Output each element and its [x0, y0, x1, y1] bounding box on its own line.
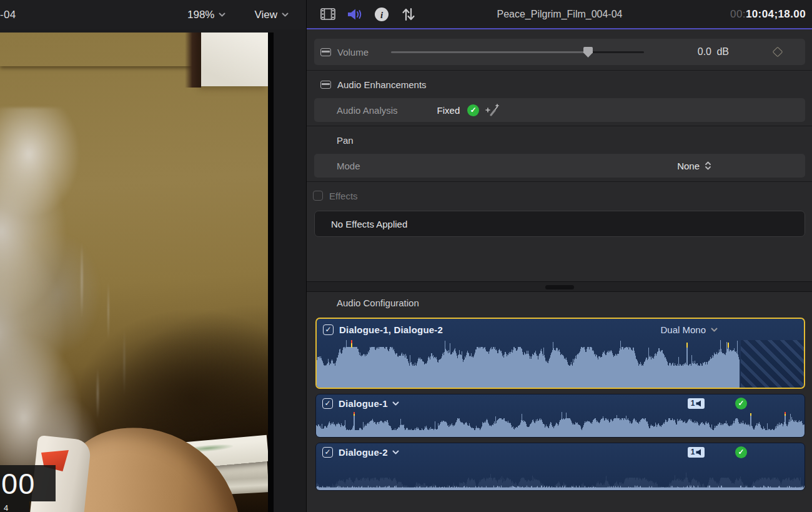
channel-mode-dropdown[interactable]: Dual Mono: [660, 324, 718, 335]
viewer-toolbar: -04 198% View: [0, 0, 306, 29]
audio-inspector: i Peace_Pilgrim_Film_004-04 00:10:04;18.…: [306, 0, 812, 512]
picture-frame: [0, 33, 201, 66]
video-edge: [268, 33, 274, 512]
audio-enhancements-icon[interactable]: [320, 81, 331, 89]
channel-label[interactable]: Dialogue-1: [339, 398, 399, 409]
audio-enhancements-header: Audio Enhancements: [307, 71, 812, 98]
audio-analysis-value: Fixed: [437, 105, 460, 116]
pan-mode-value: None: [677, 161, 700, 171]
volume-row: Volume 0.0 dB: [314, 39, 805, 65]
chevron-down-icon: [711, 328, 718, 332]
keyframe-diamond-icon[interactable]: [773, 47, 783, 58]
viewer-pane: -04 198% View 00 4: [0, 0, 306, 512]
audio-channel-group[interactable]: ✓ Dialogue-1, Dialogue-2 Dual Mono: [315, 318, 805, 389]
inspector-header: i Peace_Pilgrim_Film_004-04 00:10:04;18.…: [307, 0, 812, 29]
waveform-display: [316, 412, 805, 438]
burned-in-timecode-sub: 4: [0, 501, 29, 512]
analysis-check-icon: ✓: [467, 104, 479, 116]
chevron-down-icon: [282, 13, 289, 17]
channel-ok-icon: ✓: [735, 446, 747, 458]
volume-slider-thumb[interactable]: [583, 47, 593, 58]
wall-paper: [201, 33, 268, 86]
pan-mode-label: Mode: [337, 161, 360, 171]
routing-icon[interactable]: [400, 6, 417, 23]
burned-in-timecode: 00: [0, 465, 56, 501]
volume-value[interactable]: 0.0: [698, 46, 711, 58]
chevron-down-icon: [392, 401, 399, 406]
zoom-level-dropdown[interactable]: 198%: [187, 9, 225, 21]
channel-checkbox[interactable]: ✓: [322, 447, 333, 458]
pan-title: Pan: [337, 135, 354, 146]
timecode-display: 00:10:04;18.00: [730, 8, 806, 21]
chevron-down-icon: [219, 13, 225, 17]
audio-analysis-row: Audio Analysis Fixed ✓: [314, 98, 805, 122]
volume-slider[interactable]: [391, 51, 644, 53]
channel-label[interactable]: Dialogue-2: [339, 447, 399, 458]
enhance-wand-icon[interactable]: [484, 103, 500, 117]
stepper-icon: [705, 161, 711, 171]
pan-mode-dropdown[interactable]: None: [677, 161, 711, 171]
mono-channel-badge: 1: [688, 398, 705, 409]
view-label: View: [254, 9, 277, 21]
viewer-clip-label: -04: [0, 9, 16, 21]
channel-label: Dialogue-1, Dialogue-2: [339, 324, 443, 335]
speaker-left-icon: [696, 449, 701, 456]
audio-channel-2[interactable]: ✓ Dialogue-2 1 ✓: [315, 443, 805, 491]
zoom-level-value: 198%: [187, 9, 214, 21]
video-preview: 00 4: [0, 33, 268, 512]
speaker-left-icon: [696, 400, 701, 407]
effects-title: Effects: [329, 191, 358, 201]
mono-channel-badge: 1: [688, 447, 705, 458]
volume-animation-icon[interactable]: [320, 48, 331, 56]
channel-checkbox[interactable]: ✓: [323, 324, 334, 335]
chevron-down-icon: [392, 450, 399, 454]
channel-checkbox[interactable]: ✓: [322, 398, 333, 409]
channel-ok-icon: ✓: [735, 398, 747, 409]
splitter-handle[interactable]: [545, 285, 574, 289]
speaker-icon[interactable]: [347, 6, 363, 23]
wall-seam: [185, 33, 201, 88]
volume-label: Volume: [337, 47, 369, 58]
view-dropdown[interactable]: View: [254, 9, 289, 21]
clip-end-hatch: [741, 340, 804, 388]
effects-header: Effects: [307, 182, 812, 209]
effects-checkbox[interactable]: [313, 191, 323, 201]
waveform-display: [317, 340, 804, 388]
audio-channel-1[interactable]: ✓ Dialogue-1 1 ✓: [315, 394, 805, 438]
pan-mode-row: Mode None: [314, 154, 805, 178]
audio-configuration-title: Audio Configuration: [337, 298, 419, 308]
waveform-display: [316, 461, 805, 491]
no-effects-message: No Effects Applied: [331, 219, 407, 229]
pan-header: Pan: [307, 126, 812, 154]
film-icon[interactable]: [320, 6, 336, 23]
info-icon[interactable]: i: [374, 6, 390, 23]
panel-splitter: [307, 281, 812, 292]
audio-analysis-label: Audio Analysis: [337, 105, 398, 116]
audio-enhancements-title: Audio Enhancements: [337, 79, 427, 90]
no-effects-box: No Effects Applied: [314, 211, 805, 237]
volume-unit: dB: [716, 46, 729, 58]
